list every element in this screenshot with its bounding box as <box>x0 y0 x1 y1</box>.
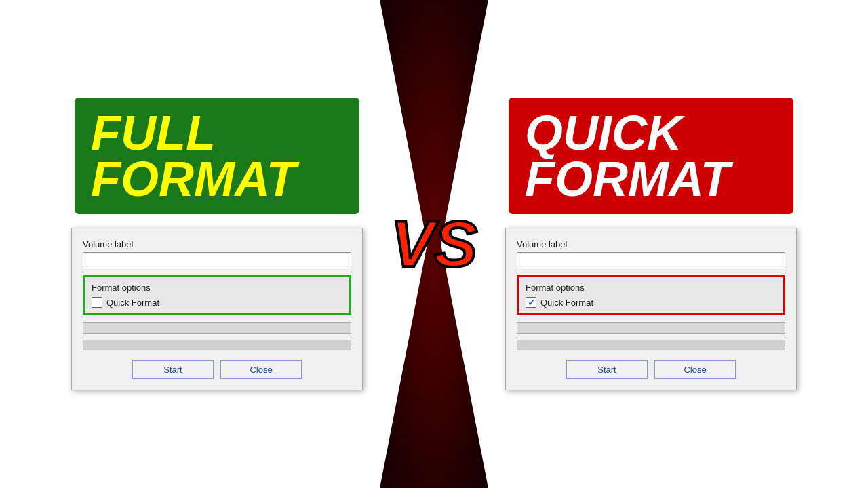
left-volume-input[interactable] <box>83 252 351 268</box>
left-format-options-box: Format options Quick Format <box>83 275 351 315</box>
right-close-button[interactable]: Close <box>654 360 736 379</box>
right-dialog: Volume label Format options ✓ Quick Form… <box>505 228 797 390</box>
left-volume-label: Volume label <box>83 239 351 249</box>
right-format-options-box: Format options ✓ Quick Format <box>517 275 785 315</box>
right-quick-format-checkbox[interactable]: ✓ <box>526 297 536 308</box>
left-format-options-heading: Format options <box>92 283 342 293</box>
right-quick-format-row: ✓ Quick Format <box>526 297 776 308</box>
right-volume-label: Volume label <box>517 239 785 249</box>
right-quick-format-label: Quick Format <box>540 298 593 308</box>
page-container: VS FULL FORMAT Volume label Format optio… <box>0 0 868 488</box>
left-dialog-buttons: Start Close <box>83 360 351 379</box>
left-quick-format-row: Quick Format <box>92 297 342 308</box>
left-quick-format-checkbox[interactable] <box>92 297 102 308</box>
vs-center: VS <box>380 0 488 488</box>
right-progress-bar <box>517 322 785 334</box>
left-progress-bar <box>83 322 351 334</box>
quick-format-banner: QUICK FORMAT <box>509 98 793 215</box>
right-panel: QUICK FORMAT Volume label Format options… <box>481 98 821 391</box>
right-start-button[interactable]: Start <box>566 360 648 379</box>
full-format-title: FULL FORMAT <box>91 110 343 203</box>
left-quick-format-label: Quick Format <box>106 298 159 308</box>
full-format-banner: FULL FORMAT <box>75 98 359 215</box>
left-panel: FULL FORMAT Volume label Format options … <box>47 98 387 391</box>
left-start-button[interactable]: Start <box>132 360 214 379</box>
left-progress-bar2 <box>83 340 351 350</box>
right-dialog-buttons: Start Close <box>517 360 785 379</box>
left-dialog: Volume label Format options Quick Format… <box>71 228 363 390</box>
right-progress-bar2 <box>517 340 785 350</box>
vs-label: VS <box>391 211 477 277</box>
quick-format-title: QUICK FORMAT <box>525 110 777 203</box>
right-volume-input[interactable] <box>517 252 785 268</box>
left-close-button[interactable]: Close <box>220 360 302 379</box>
right-format-options-heading: Format options <box>526 283 776 293</box>
